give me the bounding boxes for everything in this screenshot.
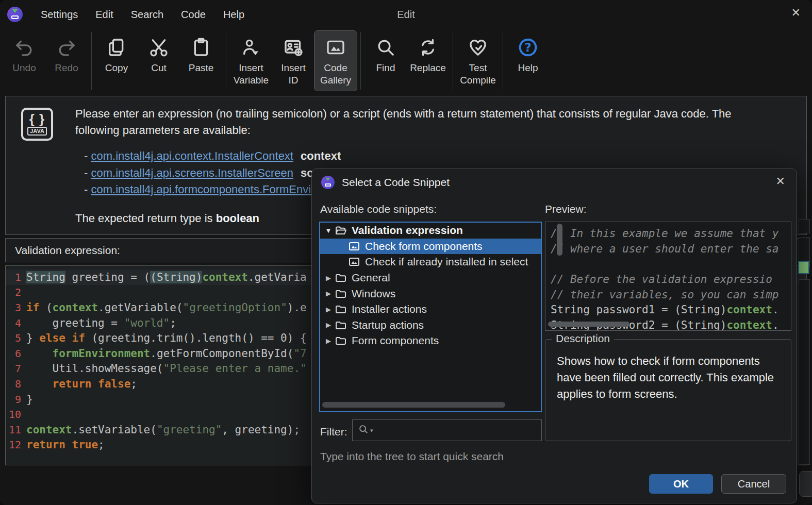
chevron-collapsed-icon[interactable]: ▶ xyxy=(323,321,334,329)
info-paragraph: Please enter an expression (no trailing … xyxy=(75,106,769,139)
menu-search[interactable]: Search xyxy=(122,6,172,24)
snippet-icon xyxy=(348,256,360,268)
tree-item-check-form-components[interactable]: Check form components xyxy=(320,239,541,255)
api-class-link[interactable]: com.install4j.api.screens.InstallerScree… xyxy=(91,166,293,179)
toolbar-button-copy[interactable]: Copy xyxy=(95,31,138,91)
window-title: Edit xyxy=(397,9,415,21)
api-class-link[interactable]: com.install4j.api.context.InstallerConte… xyxy=(91,149,293,162)
cancel-button[interactable]: Cancel xyxy=(721,474,786,494)
chevron-collapsed-icon[interactable]: ▶ xyxy=(323,290,334,297)
cut-icon xyxy=(148,35,169,60)
preview-label: Preview: xyxy=(545,203,587,215)
menu-code[interactable]: Code xyxy=(172,6,214,24)
toolbar-button-paste[interactable]: Paste xyxy=(180,31,222,91)
menu-edit[interactable]: Edit xyxy=(87,6,122,24)
line-number: 9 xyxy=(6,393,26,406)
toolbar-button-undo[interactable]: Undo xyxy=(3,31,45,91)
folder-icon xyxy=(335,288,347,300)
folder-icon xyxy=(335,319,347,331)
return-type-prefix: The expected return type is xyxy=(75,212,216,225)
chevron-collapsed-icon[interactable]: ▶ xyxy=(323,306,334,313)
toolbar-button-code-gallery[interactable]: Code Gallery xyxy=(314,31,357,91)
search-options-dropdown-icon[interactable]: ▾ xyxy=(370,427,373,434)
svg-text:?: ? xyxy=(524,41,531,54)
code-text: greeting = "world"; xyxy=(26,317,176,329)
tree-item-installer-actions[interactable]: ▶Installer actions xyxy=(320,301,541,317)
menubar: SettingsEditSearchCodeHelp xyxy=(32,6,253,24)
toolbar-button-help[interactable]: ?Help xyxy=(507,31,549,91)
dialog-app-icon xyxy=(321,176,335,189)
tree-item-general[interactable]: ▶General xyxy=(320,270,541,286)
line-number: 6 xyxy=(6,347,26,360)
scroll-up-box[interactable] xyxy=(799,219,810,233)
parameter-line: - com.install4j.api.screens.InstallerScr… xyxy=(84,165,341,182)
tree-item-validation-expression[interactable]: ▼Validation expression xyxy=(320,223,541,239)
paste-icon xyxy=(191,35,211,60)
tree-item-startup-actions[interactable]: ▶Startup actions xyxy=(320,317,541,333)
preview-pane[interactable]: // In this example we assume that y// wh… xyxy=(545,222,791,331)
dash: - xyxy=(84,166,91,179)
tree-item-label: Installer actions xyxy=(352,303,427,315)
line-number: 11 xyxy=(6,424,26,436)
toolbar: UndoRedoCopyCutPasteInsert VariableInser… xyxy=(0,30,812,92)
tree-item-label: Windows xyxy=(352,288,395,300)
toolbar-button-label: Paste xyxy=(189,62,214,74)
tree-item-windows[interactable]: ▶Windows xyxy=(320,285,541,301)
window-close-icon[interactable]: ✕ xyxy=(791,7,801,19)
api-class-link[interactable]: com.install4j.api.formcomponents.FormEnv… xyxy=(91,183,321,196)
folder-icon xyxy=(335,303,347,315)
code-text: Util.showMessage("Please enter a name." xyxy=(26,362,307,375)
preview-horizontal-scrollbar[interactable] xyxy=(548,322,629,327)
line-number: 2 xyxy=(6,286,26,298)
folder-icon xyxy=(335,334,347,347)
edit-window: SettingsEditSearchCodeHelp Edit ✕ UndoRe… xyxy=(0,0,812,505)
dialog-close-icon[interactable]: ✕ xyxy=(776,176,785,187)
toolbar-button-label: Redo xyxy=(55,62,78,74)
line-number: 3 xyxy=(6,301,26,314)
toolbar-separator xyxy=(226,32,226,90)
copy-icon xyxy=(106,35,127,60)
toolbar-button-find[interactable]: Find xyxy=(364,31,407,91)
snippet-tree[interactable]: ▼Validation expressionCheck form compone… xyxy=(319,222,542,412)
tree-item-form-components[interactable]: ▶Form components xyxy=(320,333,541,349)
parameter-line: - com.install4j.api.context.InstallerCon… xyxy=(84,148,341,165)
help-icon: ? xyxy=(518,35,538,60)
toolbar-button-label: Copy xyxy=(105,62,128,74)
quick-search-hint: Type into the tree to start quick search xyxy=(320,450,504,463)
redo-icon xyxy=(56,35,77,60)
toolbar-separator xyxy=(453,32,453,90)
menu-settings[interactable]: Settings xyxy=(32,6,87,24)
line-number: 5 xyxy=(6,332,26,344)
select-code-snippet-dialog: Select a Code Snippet ✕ Available code s… xyxy=(311,169,797,503)
scroll-track[interactable] xyxy=(799,279,810,465)
preview-line: // Before the validation expressio xyxy=(551,273,791,289)
toolbar-button-replace[interactable]: Replace xyxy=(407,31,449,91)
tree-item-label: Form components xyxy=(352,334,439,347)
replace-icon xyxy=(418,35,438,60)
tree-horizontal-scrollbar[interactable] xyxy=(322,402,505,408)
preview-vertical-scrollbar[interactable] xyxy=(557,224,562,256)
preview-line: // where a user should enter the sa xyxy=(551,243,791,258)
tree-item-label: Validation expression xyxy=(352,224,463,237)
filter-field: ▾ xyxy=(352,419,542,441)
line-number: 1 xyxy=(6,271,26,283)
description-group-title: Description xyxy=(552,332,614,345)
toolbar-button-redo[interactable]: Redo xyxy=(45,31,88,91)
toolbar-button-insert-id[interactable]: Insert ID xyxy=(272,31,314,91)
toolbar-separator xyxy=(91,32,92,90)
background-scroll-strip xyxy=(797,216,812,505)
toolbar-button-insert-variable[interactable]: Insert Variable xyxy=(230,31,272,91)
filter-input[interactable] xyxy=(374,425,541,436)
tree-item-check-if-already-installed-in-select[interactable]: Check if already installed in select xyxy=(320,254,541,270)
ok-button[interactable]: OK xyxy=(649,474,713,494)
chevron-collapsed-icon[interactable]: ▶ xyxy=(323,274,334,282)
code-text: String greeting = ((String)context.getVa… xyxy=(26,271,307,283)
toolbar-button-cut[interactable]: Cut xyxy=(138,31,180,91)
toolbar-button-test-compile[interactable]: Test Compile xyxy=(457,31,499,91)
tree-item-label: Check if already installed in select xyxy=(365,256,528,268)
menu-help[interactable]: Help xyxy=(214,6,253,24)
app-logo-icon xyxy=(7,7,23,22)
java-icon: { }JAVA xyxy=(21,108,53,141)
chevron-collapsed-icon[interactable]: ▶ xyxy=(323,337,334,345)
chevron-expanded-icon[interactable]: ▼ xyxy=(323,227,334,234)
